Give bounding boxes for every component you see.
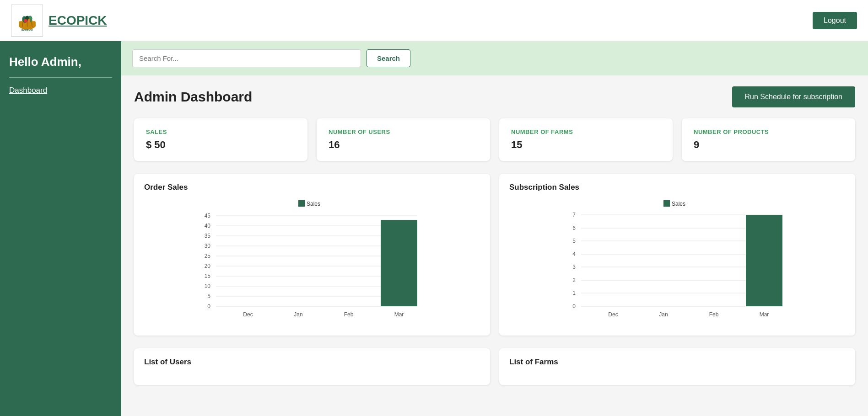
svg-text:20: 20	[205, 263, 211, 269]
svg-text:0: 0	[207, 303, 210, 309]
search-button[interactable]: Search	[367, 49, 410, 67]
svg-text:5: 5	[572, 238, 576, 244]
svg-text:5: 5	[207, 293, 210, 299]
header: ECOPICK ECOPICK Logout	[0, 0, 868, 41]
svg-text:4: 4	[572, 251, 576, 257]
sidebar-greeting: Hello Admin,	[9, 55, 112, 69]
stat-label-products: NUMBER OF PRODUCTS	[694, 128, 843, 135]
search-input[interactable]	[132, 49, 361, 67]
svg-text:Mar: Mar	[394, 311, 404, 318]
app-title: ECOPICK	[49, 13, 107, 28]
main-layout: Hello Admin, Dashboard Search Admin Dash…	[0, 41, 868, 416]
order-chart-title: Order Sales	[144, 183, 480, 192]
svg-text:10: 10	[205, 283, 211, 289]
stat-card-products: NUMBER OF PRODUCTS 9	[682, 118, 855, 161]
order-chart-svg: Sales 0	[144, 197, 480, 325]
content-area: Search Admin Dashboard Run Schedule for …	[121, 41, 868, 416]
stat-card-sales: SALES $ 50	[134, 118, 307, 161]
svg-text:Feb: Feb	[344, 311, 354, 318]
svg-text:Sales: Sales	[672, 201, 685, 207]
stat-card-users: NUMBER OF USERS 16	[317, 118, 490, 161]
stat-label-farms: NUMBER OF FARMS	[511, 128, 661, 135]
subscription-chart-svg: Sales 0 1 2	[509, 197, 845, 325]
svg-text:35: 35	[205, 233, 211, 239]
charts-row: Order Sales Sales	[134, 174, 855, 336]
search-bar: Search	[121, 41, 868, 75]
svg-text:40: 40	[205, 223, 211, 229]
svg-text:25: 25	[205, 253, 211, 259]
sidebar: Hello Admin, Dashboard	[0, 41, 121, 416]
dashboard-main: Admin Dashboard Run Schedule for subscri…	[121, 75, 868, 416]
subscription-chart-title: Subscription Sales	[509, 183, 845, 192]
run-schedule-button[interactable]: Run Schedule for subscription	[732, 86, 855, 107]
subscription-sales-chart-card: Subscription Sales Sales	[499, 174, 855, 336]
svg-text:30: 30	[205, 243, 211, 249]
svg-text:1: 1	[572, 290, 576, 296]
stat-label-users: NUMBER OF USERS	[329, 128, 478, 135]
svg-text:3: 3	[572, 264, 576, 270]
list-users-card: List of Users	[134, 348, 490, 385]
list-farms-title: List of Farms	[509, 357, 845, 367]
svg-text:15: 15	[205, 273, 211, 279]
svg-text:2: 2	[572, 277, 576, 283]
lists-row: List of Users List of Farms	[134, 348, 855, 385]
svg-text:Feb: Feb	[709, 311, 719, 318]
svg-text:Jan: Jan	[659, 311, 668, 318]
svg-rect-38	[381, 220, 417, 306]
svg-text:Dec: Dec	[608, 311, 618, 318]
sidebar-divider	[9, 77, 112, 78]
svg-point-9	[24, 19, 27, 22]
svg-text:45: 45	[205, 213, 211, 219]
svg-text:7: 7	[572, 212, 576, 218]
header-left: ECOPICK ECOPICK	[11, 5, 107, 37]
svg-text:Jan: Jan	[294, 311, 302, 318]
dashboard-header: Admin Dashboard Run Schedule for subscri…	[134, 86, 855, 107]
svg-rect-61	[746, 215, 782, 306]
stat-label-sales: SALES	[146, 128, 296, 135]
list-users-title: List of Users	[144, 357, 480, 367]
stats-row: SALES $ 50 NUMBER OF USERS 16 NUMBER OF …	[134, 118, 855, 161]
list-farms-card: List of Farms	[499, 348, 855, 385]
svg-text:0: 0	[572, 303, 576, 309]
svg-text:Mar: Mar	[760, 311, 769, 318]
svg-text:ECOPICK: ECOPICK	[21, 29, 32, 32]
stat-value-products: 9	[694, 139, 843, 151]
svg-rect-12	[298, 200, 305, 207]
sidebar-item-dashboard[interactable]: Dashboard	[9, 86, 47, 95]
order-sales-chart-card: Order Sales Sales	[134, 174, 490, 336]
svg-text:6: 6	[572, 225, 576, 231]
svg-text:Sales: Sales	[307, 201, 320, 207]
stat-value-farms: 15	[511, 139, 661, 151]
logo-image: ECOPICK	[11, 5, 43, 37]
svg-text:Dec: Dec	[243, 311, 253, 318]
logout-button[interactable]: Logout	[813, 12, 857, 29]
page-title: Admin Dashboard	[134, 89, 252, 105]
svg-rect-39	[663, 200, 670, 207]
stat-value-users: 16	[329, 139, 478, 151]
stat-card-farms: NUMBER OF FARMS 15	[499, 118, 673, 161]
stat-value-sales: $ 50	[146, 139, 296, 151]
